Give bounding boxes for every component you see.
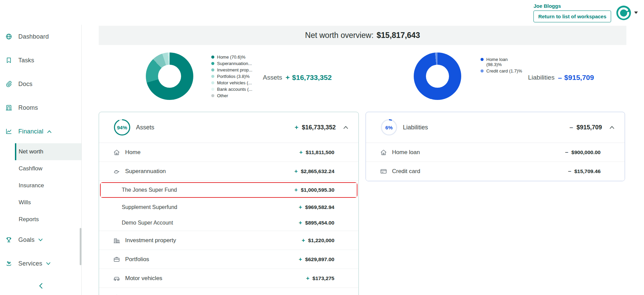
- assets-total-sign: +: [295, 124, 298, 131]
- row-label: Investment property: [125, 237, 176, 244]
- home-icon: [113, 149, 120, 156]
- workspace-logo-icon[interactable]: [616, 5, 631, 21]
- docs-icon: [5, 80, 13, 88]
- assets-card-title: Assets: [136, 124, 154, 131]
- legend-label: Credit card (1.7)%: [486, 68, 522, 73]
- row-supplement-superfund[interactable]: Supplement Superfund+$969,582.94: [99, 199, 358, 215]
- legend-dot: [211, 81, 214, 84]
- row-sign: +: [294, 168, 298, 175]
- row-label: Home: [125, 149, 140, 156]
- legend-item: Bank accounts (...: [211, 87, 252, 92]
- liabilities-summary: Liabilities – $915,709: [528, 47, 594, 107]
- legend-item: Motor vehicles (...: [211, 80, 252, 85]
- sidebar-item-label: Goals: [18, 236, 35, 244]
- assets-summary: Assets + $16,733,352: [263, 47, 332, 107]
- legend-label: Investment prop...: [217, 67, 252, 72]
- bank-accounts-icon: [113, 294, 120, 295]
- legend-dot: [211, 94, 214, 97]
- sidebar-collapse-button[interactable]: [0, 280, 81, 292]
- row-label: Home loan: [392, 149, 420, 156]
- row-motor-vehicles[interactable]: Motor vehicles+$173,275: [99, 269, 358, 288]
- legend-label: Portfolios (3.8)%: [217, 74, 250, 79]
- chevron-down-icon: [46, 262, 51, 265]
- row-amount: $11,811,500: [306, 149, 335, 155]
- row-label: Portfolios: [125, 256, 149, 263]
- liabilities-card: 6% Liabilities – $915,709 Home loan–$900…: [366, 112, 625, 181]
- legend-item: Portfolios (3.8)%: [211, 74, 252, 79]
- liabilities-chart-panel: Home loan (98.3)%Credit card (1.7)% Liab…: [366, 47, 625, 107]
- liabilities-summary-label: Liabilities: [528, 74, 554, 81]
- motor-vehicles-icon: [113, 275, 120, 282]
- superannuation-icon: [113, 168, 120, 175]
- liabilities-legend: Home loan (98.3)%Credit card (1.7)%: [481, 57, 523, 73]
- sidebar-subitem-reports[interactable]: Reports: [15, 211, 81, 228]
- sidebar-item-dashboard[interactable]: Dashboard: [0, 25, 81, 48]
- assets-chart-panel: Home (70.6)%Superannuation...Investment …: [99, 47, 359, 107]
- legend-label: Superannuation...: [217, 61, 252, 66]
- user-info: Joe Bloggs Return to list of workspaces: [533, 3, 611, 22]
- liabilities-summary-sign: –: [558, 73, 562, 82]
- sidebar-item-label: Financial: [18, 128, 43, 135]
- row-portfolios[interactable]: Portfolios+$629,897.00: [99, 250, 358, 269]
- row-the-jones-super-fund[interactable]: The Jones Super Fund+$1,000,595.30: [101, 183, 357, 197]
- sidebar-subitem-insurance[interactable]: Insurance: [15, 177, 81, 194]
- overview-amount: $15,817,643: [377, 31, 420, 40]
- legend-dot: [211, 68, 214, 71]
- legend-item: Investment prop...: [211, 67, 252, 72]
- row-sign: +: [299, 256, 302, 263]
- assets-card: 94% Assets + $16,733,352 Home+$11,811,50…: [99, 112, 359, 295]
- row-label: Motor vehicles: [125, 275, 162, 282]
- sidebar-subitem-label: Wills: [19, 199, 31, 206]
- liabilities-card-header: 6% Liabilities – $915,709: [366, 112, 625, 143]
- user-menu-caret-icon[interactable]: [634, 12, 638, 14]
- legend-dot: [211, 56, 214, 59]
- sidebar-item-label: Services: [18, 260, 42, 267]
- highlighted-row-outline: The Jones Super Fund+$1,000,595.30: [100, 182, 357, 198]
- sidebar-scrollbar[interactable]: [80, 228, 81, 265]
- sidebar-subitem-label: Cashflow: [19, 165, 42, 172]
- rooms-icon: [5, 104, 13, 111]
- row-amount: $629,897.00: [305, 256, 334, 262]
- sidebar-item-label: Rooms: [18, 104, 38, 111]
- assets-percent-label: 94%: [117, 125, 127, 130]
- assets-summary-label: Assets: [263, 74, 282, 81]
- sidebar-item-rooms[interactable]: Rooms: [0, 96, 81, 120]
- row-home[interactable]: Home+$11,811,500: [99, 143, 358, 162]
- return-to-workspaces-button[interactable]: Return to list of workspaces: [533, 10, 611, 22]
- row-home-loan[interactable]: Home loan–$900,000.00: [366, 143, 625, 162]
- row-investment-property[interactable]: Investment property+$1,220,000: [99, 231, 358, 250]
- assets-summary-value: $16,733,352: [292, 73, 332, 82]
- sidebar-subitem-label: Insurance: [19, 182, 44, 189]
- liabilities-total-sign: –: [569, 124, 573, 131]
- sidebar-item-financial[interactable]: Financial: [0, 120, 81, 143]
- assets-rows: Home+$11,811,500Superannuation+$2,865,63…: [99, 143, 358, 295]
- sidebar-item-services[interactable]: Services: [0, 252, 81, 275]
- row-label: The Jones Super Fund: [122, 187, 177, 193]
- row-amount: $900,000.00: [571, 149, 601, 155]
- sidebar-subitem-cashflow[interactable]: Cashflow: [15, 160, 81, 177]
- chevron-up-icon[interactable]: [343, 126, 348, 129]
- row-amount: $1,000,595.30: [301, 187, 334, 193]
- legend-label: Other: [217, 93, 228, 98]
- legend-item: Home loan (98.3)%: [481, 57, 523, 67]
- sidebar-item-docs[interactable]: Docs: [0, 72, 81, 96]
- goals-icon: [5, 236, 13, 244]
- row-superannuation[interactable]: Superannuation+$2,865,632.24: [99, 162, 358, 181]
- row-bank-accounts[interactable]: Bank accounts: [99, 288, 358, 295]
- portfolios-icon: [113, 256, 120, 263]
- liabilities-summary-value: $915,709: [564, 73, 594, 82]
- assets-total-amount: $16,733,352: [302, 124, 336, 131]
- sidebar-item-goals[interactable]: Goals: [0, 228, 81, 252]
- legend-label: Home loan (98.3)%: [486, 57, 508, 67]
- sidebar-subitem-net-worth[interactable]: Net worth: [15, 143, 81, 160]
- row-amount: $895,454.00: [305, 220, 334, 226]
- row-demo-super-account[interactable]: Demo Super Account+$895,454.00: [99, 215, 358, 231]
- sidebar-subitem-wills[interactable]: Wills: [15, 194, 81, 211]
- legend-dot: [211, 62, 214, 65]
- row-sign: +: [299, 219, 302, 226]
- legend-item: Home (70.6)%: [211, 55, 252, 60]
- sidebar-item-tasks[interactable]: Tasks: [0, 48, 81, 72]
- chevron-up-icon[interactable]: [609, 126, 614, 129]
- row-credit-card[interactable]: Credit card–$15,709.46: [366, 162, 625, 181]
- net-worth-overview-bar: Net worth overview: $15,817,643: [99, 26, 626, 45]
